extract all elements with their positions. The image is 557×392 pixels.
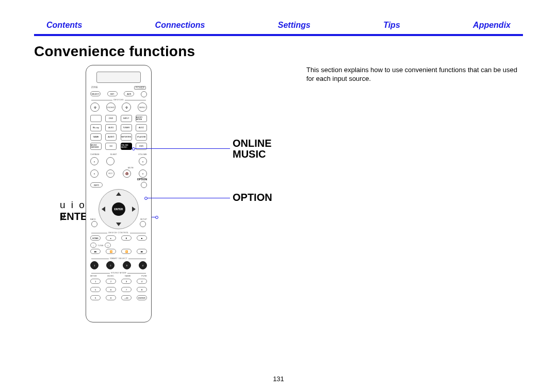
page-title: Convenience functions	[34, 43, 523, 60]
remote-option-label: OPTION	[137, 178, 147, 181]
remote-option-button	[141, 182, 147, 188]
remote-control-illustration: ZONE POWER SELECT SET AVR DEVICES	[86, 65, 152, 322]
nav-tips[interactable]: Tips	[383, 21, 400, 30]
nav-contents[interactable]: Contents	[46, 21, 82, 30]
remote-enter-button: ENTER	[112, 202, 125, 216]
nav-settings[interactable]: Settings	[278, 21, 310, 30]
remote-dev3: ⏻	[122, 103, 131, 112]
remote-power-button	[141, 91, 147, 97]
nav-connections[interactable]: Connections	[155, 21, 205, 30]
remote-dev2: VSDHD	[106, 103, 116, 112]
header-rule	[34, 34, 523, 36]
remote-set-button: SET	[107, 91, 118, 96]
remote-dev4: MENU	[138, 103, 147, 112]
remote-select-button: SELECT	[90, 91, 101, 96]
page-number: 131	[0, 375, 557, 383]
mute-icon: 🔇	[123, 169, 131, 178]
remote-dev1: ⏻	[90, 103, 100, 112]
callout-option: OPTION	[233, 192, 272, 203]
callout-online-music: ONLINE MUSIC	[233, 138, 272, 160]
nav-appendix[interactable]: Appendix	[473, 21, 511, 30]
section-description: This section explains how to use conveni…	[306, 66, 523, 83]
remote-dpad: ENTER	[99, 189, 139, 229]
top-nav: Contents Connections Settings Tips Appen…	[34, 19, 523, 32]
remote-avr-button: AVR	[124, 91, 134, 96]
remote-online-music-button: ONLINE MUSIC	[121, 143, 132, 150]
